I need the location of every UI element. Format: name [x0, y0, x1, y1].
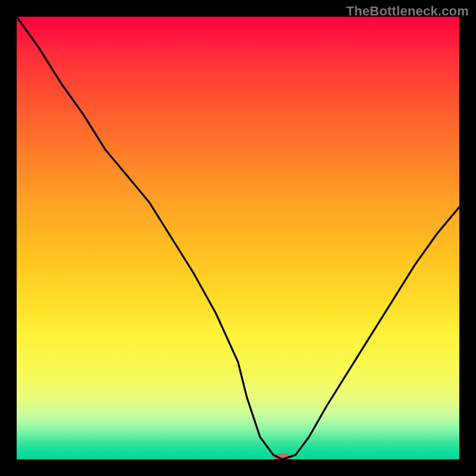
optimal-marker [274, 453, 290, 459]
watermark-text: TheBottleneck.com [346, 4, 469, 19]
plot-area [17, 17, 459, 459]
chart-frame: TheBottleneck.com [0, 0, 476, 476]
background-gradient [17, 17, 459, 459]
